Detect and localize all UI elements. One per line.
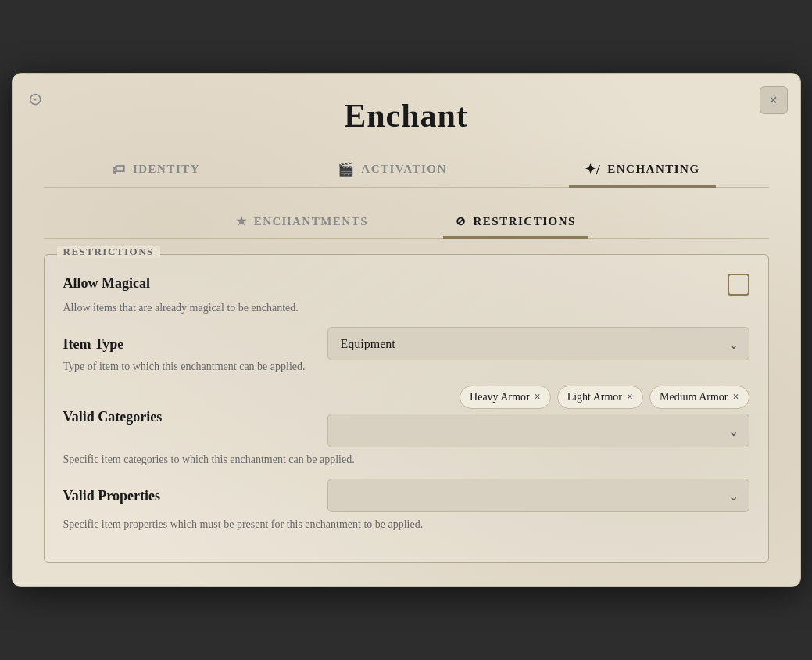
sub-tabs: ★ ENCHANTMENTS ⊘ RESTRICTIONS [44, 206, 769, 239]
item-type-group: Item Type Equipment Weapon Armor Consuma… [63, 327, 749, 373]
valid-properties-description: Specific item properties which must be p… [63, 518, 749, 531]
valid-properties-row: Valid Properties ⌄ [63, 479, 749, 512]
tab-enchantments[interactable]: ★ ENCHANTMENTS [224, 206, 381, 239]
item-type-row: Item Type Equipment Weapon Armor Consuma… [63, 327, 749, 360]
valid-categories-row: Valid Categories Heavy Armor × Light Arm… [63, 386, 749, 447]
ban-icon: ⊘ [456, 214, 467, 228]
tag-medium-armor-remove[interactable]: × [733, 391, 739, 404]
allow-magical-label: Allow Magical [63, 274, 150, 292]
star-icon: ★ [236, 214, 248, 228]
modal-backdrop: ⊙ × Enchant 🏷 IDENTITY 🎬 ACTIVATION ✦/ E… [0, 0, 812, 660]
section-label: RESTRICTIONS [57, 246, 160, 258]
allow-magical-row: Allow Magical [63, 274, 749, 296]
allow-magical-group: Allow Magical Allow items that are alrea… [63, 274, 749, 314]
modal-title: Enchant [44, 97, 769, 135]
allow-magical-description: Allow items that are already magical to … [63, 302, 749, 314]
modal: ⊙ × Enchant 🏷 IDENTITY 🎬 ACTIVATION ✦/ E… [12, 73, 801, 587]
valid-properties-select-wrapper: ⌄ [327, 479, 749, 512]
top-tabs: 🏷 IDENTITY 🎬 ACTIVATION ✦/ ENCHANTING [44, 153, 769, 188]
tag-icon: 🏷 [112, 162, 127, 178]
tab-identity[interactable]: 🏷 IDENTITY [96, 153, 216, 188]
settings-icon: ⊙ [28, 89, 52, 113]
sparkle-icon: ✦/ [585, 161, 602, 178]
close-button[interactable]: × [760, 86, 788, 114]
valid-properties-label: Valid Properties [63, 486, 161, 504]
valid-categories-label: Valid Categories [63, 407, 163, 425]
valid-properties-select[interactable] [327, 479, 749, 512]
valid-categories-right: Heavy Armor × Light Armor × Medium Armor… [327, 386, 749, 447]
tag-light-armor: Light Armor × [557, 386, 643, 409]
item-type-label: Item Type [63, 335, 124, 353]
item-type-description: Type of item to which this enchantment c… [63, 360, 749, 373]
close-icon: × [769, 92, 778, 109]
restrictions-section: RESTRICTIONS Allow Magical Allow items t… [44, 254, 769, 563]
allow-magical-checkbox[interactable] [728, 274, 749, 296]
valid-categories-group: Valid Categories Heavy Armor × Light Arm… [63, 386, 749, 466]
tag-heavy-armor-label: Heavy Armor [470, 391, 530, 404]
valid-categories-select-wrapper: ⌄ [327, 414, 749, 447]
film-icon: 🎬 [338, 161, 356, 178]
tab-restrictions[interactable]: ⊘ RESTRICTIONS [443, 206, 588, 239]
valid-categories-select[interactable] [327, 414, 749, 447]
valid-properties-group: Valid Properties ⌄ Specific item propert… [63, 479, 749, 531]
tab-activation[interactable]: 🎬 ACTIVATION [322, 153, 463, 188]
tag-medium-armor-label: Medium Armor [660, 391, 728, 404]
tag-light-armor-remove[interactable]: × [627, 391, 633, 404]
item-type-select-wrapper: Equipment Weapon Armor Consumable ⌄ [327, 327, 749, 360]
tags-area: Heavy Armor × Light Armor × Medium Armor… [327, 386, 749, 409]
tag-medium-armor: Medium Armor × [649, 386, 749, 409]
item-type-select[interactable]: Equipment Weapon Armor Consumable [327, 327, 749, 360]
tab-enchanting[interactable]: ✦/ ENCHANTING [569, 153, 716, 188]
tag-heavy-armor-remove[interactable]: × [535, 391, 541, 404]
tag-light-armor-label: Light Armor [567, 391, 622, 404]
valid-categories-description: Specific item categories to which this e… [63, 454, 749, 466]
tag-heavy-armor: Heavy Armor × [460, 386, 551, 409]
